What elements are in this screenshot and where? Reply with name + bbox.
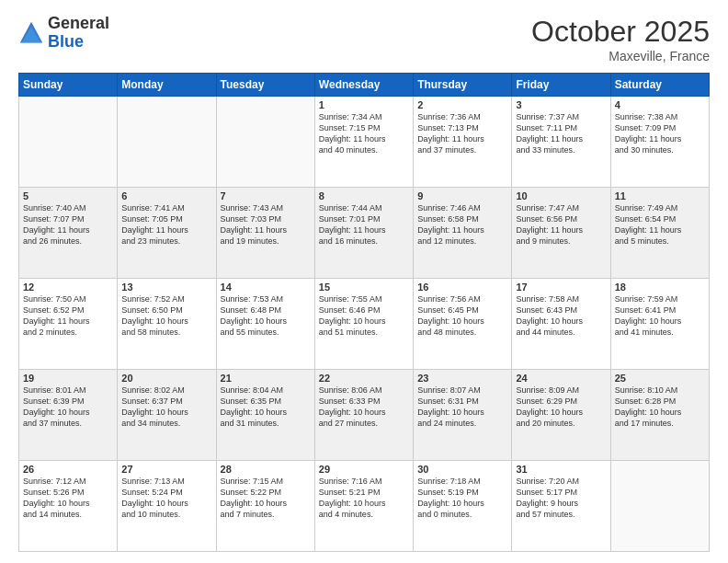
table-cell: 1Sunrise: 7:34 AM Sunset: 7:15 PM Daylig… bbox=[314, 97, 413, 188]
day-info: Sunrise: 7:58 AM Sunset: 6:43 PM Dayligh… bbox=[516, 293, 606, 339]
day-number: 19 bbox=[23, 373, 113, 384]
day-number: 21 bbox=[221, 373, 311, 384]
col-saturday: Saturday bbox=[610, 74, 709, 97]
calendar-row-3: 12Sunrise: 7:50 AM Sunset: 6:52 PM Dayli… bbox=[19, 279, 710, 370]
day-info: Sunrise: 7:43 AM Sunset: 7:03 PM Dayligh… bbox=[221, 202, 311, 247]
day-info: Sunrise: 7:13 AM Sunset: 5:24 PM Dayligh… bbox=[121, 476, 211, 521]
calendar-header-row: Sunday Monday Tuesday Wednesday Thursday… bbox=[19, 74, 710, 97]
day-number: 16 bbox=[417, 282, 507, 293]
table-cell: 30Sunrise: 7:18 AM Sunset: 5:19 PM Dayli… bbox=[414, 461, 512, 552]
day-number: 30 bbox=[417, 464, 507, 475]
day-number: 25 bbox=[615, 373, 705, 384]
day-info: Sunrise: 7:16 AM Sunset: 5:21 PM Dayligh… bbox=[319, 476, 409, 521]
day-number: 27 bbox=[121, 464, 211, 475]
calendar-row-4: 19Sunrise: 8:01 AM Sunset: 6:39 PM Dayli… bbox=[19, 370, 710, 461]
day-number: 3 bbox=[516, 99, 606, 110]
day-number: 8 bbox=[319, 190, 409, 201]
day-number: 31 bbox=[516, 464, 606, 475]
calendar-row-2: 5Sunrise: 7:40 AM Sunset: 7:07 PM Daylig… bbox=[19, 188, 710, 279]
col-monday: Monday bbox=[118, 74, 216, 97]
table-cell bbox=[118, 97, 216, 188]
title-block: October 2025 Maxeville, France bbox=[531, 15, 710, 63]
table-cell: 9Sunrise: 7:46 AM Sunset: 6:58 PM Daylig… bbox=[414, 188, 512, 279]
day-number: 24 bbox=[516, 373, 606, 384]
day-info: Sunrise: 7:53 AM Sunset: 6:48 PM Dayligh… bbox=[221, 293, 311, 339]
table-cell: 4Sunrise: 7:38 AM Sunset: 7:09 PM Daylig… bbox=[610, 97, 709, 188]
col-friday: Friday bbox=[512, 74, 610, 97]
col-sunday: Sunday bbox=[19, 74, 118, 97]
table-cell: 24Sunrise: 8:09 AM Sunset: 6:29 PM Dayli… bbox=[512, 370, 610, 461]
day-info: Sunrise: 7:44 AM Sunset: 7:01 PM Dayligh… bbox=[319, 202, 409, 247]
day-number: 22 bbox=[319, 373, 409, 384]
table-cell: 22Sunrise: 8:06 AM Sunset: 6:33 PM Dayli… bbox=[314, 370, 413, 461]
day-info: Sunrise: 7:41 AM Sunset: 7:05 PM Dayligh… bbox=[121, 202, 211, 247]
header: General Blue October 2025 Maxeville, Fra… bbox=[18, 15, 710, 63]
day-info: Sunrise: 7:20 AM Sunset: 5:17 PM Dayligh… bbox=[516, 476, 606, 521]
table-cell: 5Sunrise: 7:40 AM Sunset: 7:07 PM Daylig… bbox=[19, 188, 118, 279]
day-info: Sunrise: 7:59 AM Sunset: 6:41 PM Dayligh… bbox=[615, 293, 705, 339]
day-number: 15 bbox=[319, 282, 409, 293]
day-info: Sunrise: 8:07 AM Sunset: 6:31 PM Dayligh… bbox=[417, 385, 507, 430]
logo-icon bbox=[18, 20, 44, 46]
day-number: 26 bbox=[23, 464, 113, 475]
day-info: Sunrise: 7:38 AM Sunset: 7:09 PM Dayligh… bbox=[615, 111, 705, 156]
table-cell: 10Sunrise: 7:47 AM Sunset: 6:56 PM Dayli… bbox=[512, 188, 610, 279]
table-cell: 13Sunrise: 7:52 AM Sunset: 6:50 PM Dayli… bbox=[118, 279, 216, 370]
day-info: Sunrise: 8:10 AM Sunset: 6:28 PM Dayligh… bbox=[615, 385, 705, 430]
table-cell: 28Sunrise: 7:15 AM Sunset: 5:22 PM Dayli… bbox=[216, 461, 314, 552]
calendar-row-5: 26Sunrise: 7:12 AM Sunset: 5:26 PM Dayli… bbox=[19, 461, 710, 552]
table-cell: 6Sunrise: 7:41 AM Sunset: 7:05 PM Daylig… bbox=[118, 188, 216, 279]
day-number: 6 bbox=[121, 190, 211, 201]
col-thursday: Thursday bbox=[414, 74, 512, 97]
table-cell: 27Sunrise: 7:13 AM Sunset: 5:24 PM Dayli… bbox=[118, 461, 216, 552]
day-number: 4 bbox=[615, 99, 705, 110]
day-info: Sunrise: 7:56 AM Sunset: 6:45 PM Dayligh… bbox=[417, 293, 507, 339]
col-wednesday: Wednesday bbox=[314, 74, 413, 97]
day-number: 9 bbox=[417, 190, 507, 201]
table-cell: 2Sunrise: 7:36 AM Sunset: 7:13 PM Daylig… bbox=[414, 97, 512, 188]
day-info: Sunrise: 7:15 AM Sunset: 5:22 PM Dayligh… bbox=[221, 476, 311, 521]
logo-general: General bbox=[48, 14, 109, 32]
day-number: 28 bbox=[221, 464, 311, 475]
day-info: Sunrise: 7:18 AM Sunset: 5:19 PM Dayligh… bbox=[417, 476, 507, 521]
day-info: Sunrise: 7:37 AM Sunset: 7:11 PM Dayligh… bbox=[516, 111, 606, 156]
calendar-row-1: 1Sunrise: 7:34 AM Sunset: 7:15 PM Daylig… bbox=[19, 97, 710, 188]
table-cell: 14Sunrise: 7:53 AM Sunset: 6:48 PM Dayli… bbox=[216, 279, 314, 370]
location: Maxeville, France bbox=[531, 49, 710, 63]
day-info: Sunrise: 7:12 AM Sunset: 5:26 PM Dayligh… bbox=[23, 476, 113, 521]
day-number: 14 bbox=[221, 282, 311, 293]
day-number: 7 bbox=[221, 190, 311, 201]
logo: General Blue bbox=[18, 15, 109, 52]
day-number: 5 bbox=[23, 190, 113, 201]
table-cell: 12Sunrise: 7:50 AM Sunset: 6:52 PM Dayli… bbox=[19, 279, 118, 370]
month-title: October 2025 bbox=[531, 15, 710, 49]
table-cell: 11Sunrise: 7:49 AM Sunset: 6:54 PM Dayli… bbox=[610, 188, 709, 279]
table-cell: 15Sunrise: 7:55 AM Sunset: 6:46 PM Dayli… bbox=[314, 279, 413, 370]
day-info: Sunrise: 8:01 AM Sunset: 6:39 PM Dayligh… bbox=[23, 385, 113, 430]
day-number: 17 bbox=[516, 282, 606, 293]
table-cell: 7Sunrise: 7:43 AM Sunset: 7:03 PM Daylig… bbox=[216, 188, 314, 279]
day-info: Sunrise: 8:04 AM Sunset: 6:35 PM Dayligh… bbox=[221, 385, 311, 430]
day-info: Sunrise: 7:46 AM Sunset: 6:58 PM Dayligh… bbox=[417, 202, 507, 247]
page: General Blue October 2025 Maxeville, Fra… bbox=[0, 0, 728, 563]
table-cell: 23Sunrise: 8:07 AM Sunset: 6:31 PM Dayli… bbox=[414, 370, 512, 461]
table-cell bbox=[216, 97, 314, 188]
table-cell: 29Sunrise: 7:16 AM Sunset: 5:21 PM Dayli… bbox=[314, 461, 413, 552]
day-number: 29 bbox=[319, 464, 409, 475]
day-info: Sunrise: 8:06 AM Sunset: 6:33 PM Dayligh… bbox=[319, 385, 409, 430]
table-cell: 17Sunrise: 7:58 AM Sunset: 6:43 PM Dayli… bbox=[512, 279, 610, 370]
day-number: 12 bbox=[23, 282, 113, 293]
table-cell: 20Sunrise: 8:02 AM Sunset: 6:37 PM Dayli… bbox=[118, 370, 216, 461]
day-number: 20 bbox=[121, 373, 211, 384]
table-cell: 16Sunrise: 7:56 AM Sunset: 6:45 PM Dayli… bbox=[414, 279, 512, 370]
day-number: 10 bbox=[516, 190, 606, 201]
day-info: Sunrise: 8:02 AM Sunset: 6:37 PM Dayligh… bbox=[121, 385, 211, 430]
table-cell: 26Sunrise: 7:12 AM Sunset: 5:26 PM Dayli… bbox=[19, 461, 118, 552]
table-cell: 25Sunrise: 8:10 AM Sunset: 6:28 PM Dayli… bbox=[610, 370, 709, 461]
table-cell: 3Sunrise: 7:37 AM Sunset: 7:11 PM Daylig… bbox=[512, 97, 610, 188]
day-number: 11 bbox=[615, 190, 705, 201]
logo-blue: Blue bbox=[48, 32, 84, 51]
day-info: Sunrise: 7:50 AM Sunset: 6:52 PM Dayligh… bbox=[23, 293, 113, 339]
day-info: Sunrise: 8:09 AM Sunset: 6:29 PM Dayligh… bbox=[516, 385, 606, 430]
table-cell: 8Sunrise: 7:44 AM Sunset: 7:01 PM Daylig… bbox=[314, 188, 413, 279]
